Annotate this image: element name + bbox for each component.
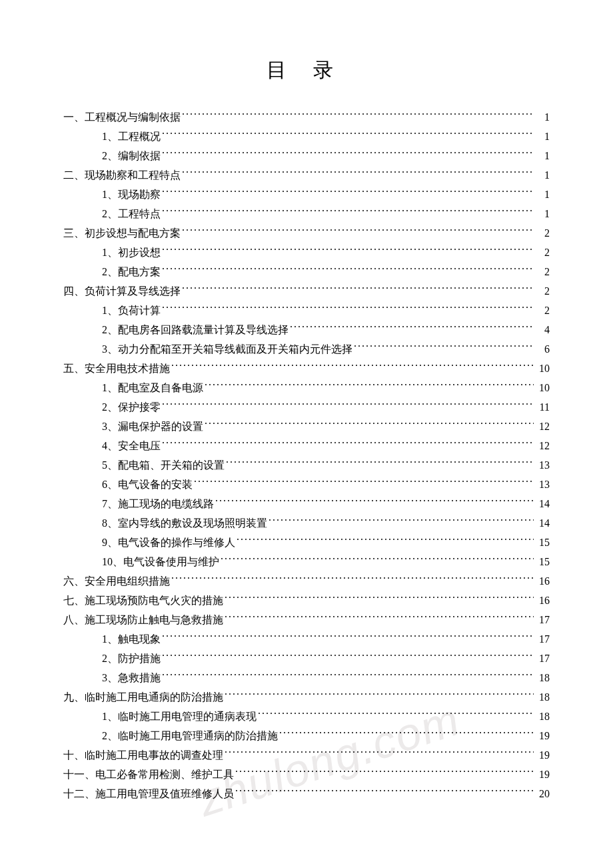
toc-entry-page: 17 <box>535 629 550 649</box>
toc-entry-label: 2、临时施工用电管理通病的防治措施 <box>102 726 278 745</box>
toc-entry-label: 2、编制依据 <box>102 146 161 165</box>
toc-leader-dots <box>225 593 534 604</box>
toc-entry: 二、现场勘察和工程特点1 <box>63 165 550 185</box>
toc-entry-label: 十、临时施工用电事故的调查处理 <box>63 745 223 765</box>
toc-entry: 1、工程概况1 <box>63 127 550 146</box>
toc-entry-label: 六、安全用电组织措施 <box>63 571 170 591</box>
toc-leader-dots <box>237 535 534 546</box>
toc-leader-dots <box>162 265 534 275</box>
toc-entry-page: 2 <box>535 243 550 262</box>
toc-leader-dots <box>162 651 534 662</box>
toc-entry-label: 1、触电现象 <box>102 629 161 649</box>
toc-entry-label: 2、保护接零 <box>102 397 161 417</box>
toc-entry: 2、保护接零11 <box>63 397 550 417</box>
toc-entry-page: 16 <box>535 591 550 610</box>
toc-entry: 2、临时施工用电管理通病的防治措施19 <box>63 726 550 745</box>
toc-entry-page: 19 <box>535 765 550 784</box>
toc-entry: 1、临时施工用电管理的通病表现18 <box>63 707 550 726</box>
toc-entry-label: 2、配电房各回路载流量计算及导线选择 <box>102 320 289 339</box>
toc-entry: 七、施工现场预防电气火灾的措施16 <box>63 591 550 610</box>
toc-entry-label: 1、负荷计算 <box>102 301 161 320</box>
toc-leader-dots <box>182 284 534 295</box>
toc-entry: 3、急救措施18 <box>63 668 550 687</box>
toc-leader-dots <box>162 303 534 314</box>
toc-leader-dots <box>225 690 534 701</box>
toc-leader-dots <box>162 149 534 159</box>
toc-entry: 10、电气设备使用与维护15 <box>63 552 550 571</box>
document-content: 目录 一、工程概况与编制依据11、工程概况12、编制依据1二、现场勘察和工程特点… <box>63 57 550 803</box>
toc-entry: 3、动力分配箱至开关箱导线截面及开关箱内元件选择6 <box>63 339 550 359</box>
toc-entry-label: 7、施工现场的电缆线路 <box>102 494 214 513</box>
toc-leader-dots <box>258 709 534 720</box>
toc-leader-dots <box>205 419 534 430</box>
toc-entry-label: 一、工程概况与编制依据 <box>63 107 181 127</box>
toc-entry: 8、室内导线的敷设及现场照明装置14 <box>63 513 550 533</box>
toc-leader-dots <box>205 381 534 391</box>
toc-entry-label: 二、现场勘察和工程特点 <box>63 165 181 185</box>
toc-entry-page: 15 <box>535 533 550 552</box>
toc-entry-page: 19 <box>535 726 550 745</box>
toc-entry-page: 13 <box>535 475 550 494</box>
toc-entry-label: 9、电气设备的操作与维修人 <box>102 533 235 552</box>
toc-leader-dots <box>235 767 534 778</box>
toc-entry-page: 1 <box>535 165 550 185</box>
toc-entry-page: 17 <box>535 649 550 668</box>
toc-entry-page: 1 <box>535 107 550 127</box>
toc-entry-label: 十一、电工必备常用检测、维护工具 <box>63 765 234 784</box>
toc-entry-page: 10 <box>535 378 550 397</box>
toc-leader-dots <box>162 245 534 256</box>
toc-leader-dots <box>215 497 534 507</box>
toc-entry-label: 3、动力分配箱至开关箱导线截面及开关箱内元件选择 <box>102 339 352 359</box>
toc-entry: 6、电气设备的安装13 <box>63 475 550 494</box>
toc-entry-page: 18 <box>535 687 550 707</box>
toc-entry-label: 1、工程概况 <box>102 127 161 146</box>
toc-entry: 3、漏电保护器的设置12 <box>63 417 550 436</box>
toc-leader-dots <box>235 787 534 797</box>
toc-entry: 一、工程概况与编制依据1 <box>63 107 550 127</box>
toc-entry: 十一、电工必备常用检测、维护工具19 <box>63 765 550 784</box>
toc-entry-page: 2 <box>535 223 550 243</box>
toc-leader-dots <box>162 439 534 449</box>
toc-entry: 5、配电箱、开关箱的设置13 <box>63 455 550 475</box>
toc-entry: 1、初步设想2 <box>63 243 550 262</box>
toc-entry-label: 1、临时施工用电管理的通病表现 <box>102 707 257 726</box>
toc-leader-dots <box>182 168 534 179</box>
toc-entry-page: 11 <box>535 397 550 417</box>
toc-leader-dots <box>194 477 534 488</box>
toc-leader-dots <box>279 729 534 739</box>
toc-entry-page: 14 <box>535 494 550 513</box>
toc-leader-dots <box>162 187 534 198</box>
toc-entry-page: 1 <box>535 204 550 223</box>
toc-entry: 2、编制依据1 <box>63 146 550 165</box>
toc-entry-label: 6、电气设备的安装 <box>102 475 193 494</box>
toc-leader-dots <box>221 555 534 565</box>
toc-leader-dots <box>162 671 534 681</box>
toc-leader-dots <box>226 458 534 469</box>
toc-entry-page: 2 <box>535 301 550 320</box>
toc-leader-dots <box>225 748 534 759</box>
toc-entry-page: 15 <box>535 552 550 571</box>
toc-entry-label: 1、配电室及自备电源 <box>102 378 203 397</box>
toc-leader-dots <box>182 226 534 237</box>
toc-entry-page: 1 <box>535 127 550 146</box>
toc-entry: 八、施工现场防止触电与急救措施17 <box>63 610 550 629</box>
toc-leader-dots <box>171 361 534 372</box>
toc-entry: 7、施工现场的电缆线路14 <box>63 494 550 513</box>
toc-entry-label: 九、临时施工用电通病的防治措施 <box>63 687 223 707</box>
toc-entry-page: 2 <box>535 262 550 281</box>
toc-entry-page: 10 <box>535 359 550 378</box>
toc-entry-label: 七、施工现场预防电气火灾的措施 <box>63 591 223 610</box>
toc-leader-dots <box>225 613 534 623</box>
toc-entry-page: 19 <box>535 745 550 765</box>
toc-leader-dots <box>162 632 534 643</box>
toc-leader-dots <box>269 516 534 527</box>
toc-entry: 1、负荷计算2 <box>63 301 550 320</box>
toc-entry-label: 五、安全用电技术措施 <box>63 359 170 378</box>
toc-entry: 十二、施工用电管理及值班维修人员20 <box>63 784 550 803</box>
toc-entry: 六、安全用电组织措施16 <box>63 571 550 591</box>
toc-entry-label: 5、配电箱、开关箱的设置 <box>102 455 225 475</box>
toc-leader-dots <box>354 342 534 353</box>
toc-entry-page: 14 <box>535 513 550 533</box>
toc-entry: 4、安全电压12 <box>63 436 550 455</box>
toc-entry-label: 2、工程特点 <box>102 204 161 223</box>
